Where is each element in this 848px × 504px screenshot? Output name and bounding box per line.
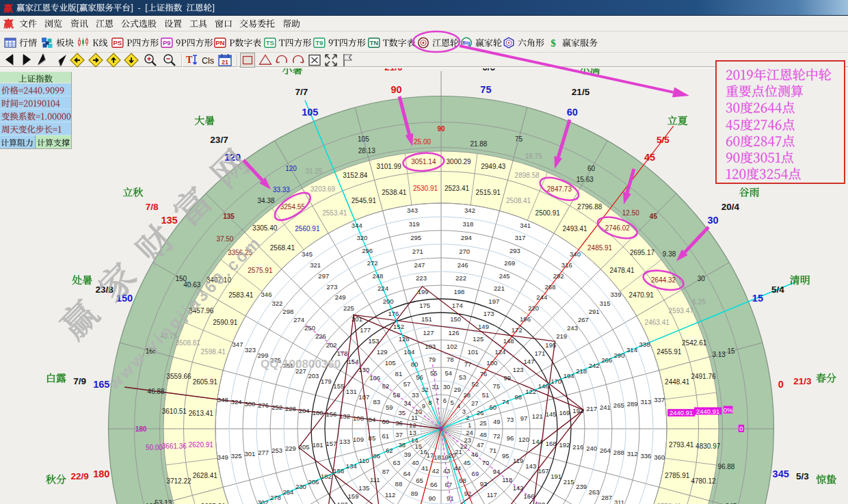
window-title xyxy=(16,1,216,14)
drawtool-arc-ccw[interactable] xyxy=(274,53,289,68)
wheel-price-ratio: 3254.55 xyxy=(280,203,306,211)
annotation-line-6 xyxy=(725,149,844,165)
wheel-price-deg: 2545.91 xyxy=(352,197,377,204)
wheel-price-deg: 2560.91 xyxy=(295,225,320,233)
wheel-label: 48 xyxy=(479,431,487,438)
toolbar-button-t-square[interactable]: TS xyxy=(264,35,313,50)
gann-wheel-chart[interactable]: 1234567891011121314151617181920212223242… xyxy=(0,68,848,504)
menu-item-3[interactable] xyxy=(68,17,90,30)
wheel-label: 289 xyxy=(627,400,638,408)
wheel-label: 296 xyxy=(362,247,373,254)
drawtool-nav-next[interactable] xyxy=(18,53,34,68)
wheel-outer-degree: 345 xyxy=(773,468,789,479)
wheel-label: 222 xyxy=(455,274,466,282)
wheel-label: 74 xyxy=(502,398,509,406)
drawtool-zoom-out[interactable] xyxy=(162,53,177,68)
cjk-text xyxy=(725,66,832,83)
drawtool-rect-tool[interactable] xyxy=(240,53,255,68)
drawtool-nav-prev[interactable] xyxy=(3,53,18,68)
menu-item-6[interactable] xyxy=(162,17,184,30)
p9-square-icon: P9 xyxy=(161,36,173,49)
wheel-label: 179 xyxy=(321,377,332,385)
drawtool-dia-down[interactable] xyxy=(124,53,139,68)
menu-item-10[interactable] xyxy=(280,17,302,30)
toolbar-button-blocks[interactable] xyxy=(41,35,75,50)
wheel-label: 36 xyxy=(395,419,403,427)
calc-resistance-button[interactable] xyxy=(0,135,36,148)
svg-text:PS: PS xyxy=(113,39,122,47)
drawtool-dia-up[interactable] xyxy=(106,53,121,68)
wheel-price-ratio: 2491.76 xyxy=(691,373,716,380)
wheel-label: 167 xyxy=(538,467,549,475)
wheel-label: 97 xyxy=(520,414,528,422)
wheel-label: 5 xyxy=(450,399,453,406)
cjk-text xyxy=(55,37,75,49)
menu-item-4[interactable] xyxy=(94,17,116,30)
drawtool-zoom-in[interactable] xyxy=(143,53,158,68)
drawtool-x-box[interactable] xyxy=(307,53,322,68)
menu-item-1[interactable] xyxy=(17,17,39,30)
drawtool-calendar[interactable]: 21 xyxy=(217,53,233,68)
svg-text:Big: Big xyxy=(462,40,470,46)
toolbar-button-winner-wheel[interactable]: Big xyxy=(460,35,503,50)
wheel-term-date: 21/6 xyxy=(384,68,403,72)
wheel-degree: 120 xyxy=(285,165,297,172)
drawtool-pointer-down[interactable] xyxy=(53,53,68,68)
drawtool-expand[interactable] xyxy=(323,53,339,68)
wheel-label: 197 xyxy=(488,297,499,305)
drawtool-dia-left[interactable] xyxy=(70,53,85,68)
drawtool-t-updown[interactable]: T xyxy=(185,53,200,68)
toolbar-label xyxy=(18,36,38,49)
wheel-price-ratio: 3661.36 xyxy=(162,442,187,450)
wheel-price-ratio: 3508.81 xyxy=(176,339,201,347)
toolbar-button-p-square[interactable]: PS xyxy=(111,35,160,50)
toolbar-button-gann-wheel[interactable] xyxy=(417,35,460,50)
wheel-label: 250 xyxy=(304,324,315,332)
wheel-label: 149 xyxy=(478,323,489,330)
wheel-percent: 3.13 xyxy=(712,351,726,358)
menu-item-8[interactable] xyxy=(213,17,235,30)
toolbar-button-quote-grid[interactable] xyxy=(4,35,38,50)
drawtool-pointer-up[interactable] xyxy=(36,53,51,68)
menu-item-2[interactable] xyxy=(42,17,64,30)
toolbar-label xyxy=(228,36,263,49)
svg-text:P9: P9 xyxy=(163,39,171,47)
wheel-label: 39 xyxy=(404,451,412,458)
calc-support-button[interactable] xyxy=(36,135,71,148)
drawtool-tri-tool[interactable] xyxy=(258,53,273,68)
drawtool-arc-cw[interactable] xyxy=(291,53,306,68)
toolbar-label xyxy=(278,36,313,49)
menu-item-7[interactable] xyxy=(187,17,209,30)
wheel-outer-degree: 0 xyxy=(778,379,784,390)
cjk-text xyxy=(517,37,545,49)
drawtool-cls[interactable]: Cls xyxy=(201,53,216,68)
toolbar-button-p9-square[interactable]: P9 xyxy=(161,35,214,50)
wheel-solar-term xyxy=(739,187,759,197)
wheel-label: 26 xyxy=(477,409,484,416)
wheel-label: 17 xyxy=(427,451,434,459)
wheel-degree: 150 xyxy=(175,275,187,282)
drawtool-dia-right[interactable] xyxy=(88,53,103,68)
wheel-price-deg: 2575.91 xyxy=(248,267,273,274)
toolbar-button-p-table[interactable]: PN xyxy=(214,35,263,50)
drawtool-flag[interactable] xyxy=(340,53,355,68)
wheel-solar-term xyxy=(817,373,836,383)
toolbar-button-hexagon[interactable] xyxy=(503,35,545,50)
wheel-label: 313 xyxy=(640,398,651,406)
toolbar-button-kline[interactable] xyxy=(77,35,109,50)
wheel-label: 339 xyxy=(611,291,622,298)
menu-item-9[interactable] xyxy=(237,17,277,30)
wheel-label: 269 xyxy=(504,259,515,267)
title-bar[interactable] xyxy=(0,0,848,16)
cjk-text xyxy=(382,37,416,49)
menu-item-5[interactable] xyxy=(119,17,159,30)
cjk-text xyxy=(725,165,802,183)
toolbar-button-t-table[interactable]: TN xyxy=(368,35,416,50)
wheel-term-date: 7/7 xyxy=(295,87,308,97)
wheel-label: 241 xyxy=(600,403,611,411)
wheel-label: 38 xyxy=(398,441,406,449)
toolbar-button-t9-square[interactable]: T9 xyxy=(313,35,367,50)
wheel-percent: 15.63 xyxy=(577,176,594,183)
toolbar-button-winner-service[interactable]: $ xyxy=(547,35,598,50)
cjk-text xyxy=(92,37,109,49)
